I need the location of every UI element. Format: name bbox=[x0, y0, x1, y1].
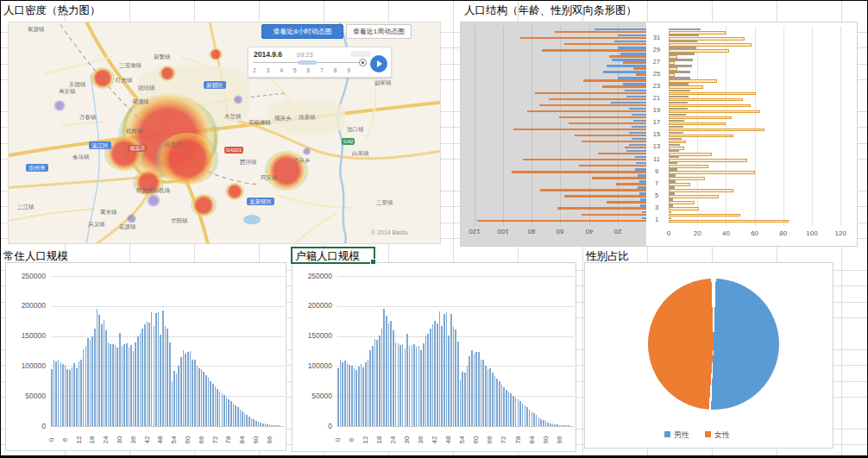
bar bbox=[197, 366, 198, 426]
heat-blob bbox=[233, 95, 243, 104]
bar bbox=[215, 386, 217, 426]
bar bbox=[519, 401, 521, 426]
heat-blob bbox=[191, 194, 217, 216]
bar bbox=[116, 348, 118, 426]
bar-left-orange bbox=[512, 171, 646, 173]
hukou-chart[interactable]: 2500002000001500001000005000000612182430… bbox=[292, 262, 576, 452]
axis-tick-label: 80 bbox=[772, 229, 795, 237]
map-town-label: 华阳镇 bbox=[171, 217, 188, 223]
bar bbox=[526, 407, 528, 426]
bar-left-orange bbox=[535, 92, 646, 94]
bar bbox=[432, 324, 434, 426]
x-axis-tick-label: 0 bbox=[47, 430, 56, 450]
density-map[interactable]: 聚源镇新繁镇三道堰镇赵家镇安德镇寿安镇红光镇团结镇木兰镇石板滩镇福洪乡清泉镇池口… bbox=[8, 22, 441, 244]
grid-line bbox=[337, 276, 574, 277]
bar-left-orange bbox=[583, 79, 646, 81]
axis-tick-label: 100 bbox=[801, 229, 823, 237]
bar bbox=[123, 344, 125, 426]
age-axis-label: 5 bbox=[647, 192, 666, 199]
grid-line bbox=[337, 306, 574, 307]
bar-right-gold bbox=[669, 116, 732, 120]
bar-left-orange bbox=[598, 153, 646, 154]
bar bbox=[108, 342, 110, 426]
bar-left-orange bbox=[579, 165, 646, 166]
age-axis-label: 29 bbox=[647, 47, 666, 53]
x-axis-tick-label: 90 bbox=[252, 430, 261, 450]
bar bbox=[162, 311, 164, 426]
bar bbox=[267, 424, 268, 426]
pyramid-chart[interactable]: 1201008060402002040608010012031292725232… bbox=[460, 22, 858, 247]
bar bbox=[187, 352, 189, 426]
bar-left-orange bbox=[542, 49, 646, 51]
heat-blob bbox=[209, 48, 223, 60]
bar bbox=[85, 346, 87, 426]
age-axis-label: 31 bbox=[647, 35, 666, 41]
resident-chart[interactable]: 2500002000001500001000005000000612182430… bbox=[5, 262, 286, 451]
x-axis-tick-label: 72 bbox=[500, 430, 508, 450]
bar bbox=[443, 314, 445, 426]
bar bbox=[351, 366, 353, 426]
bar bbox=[554, 424, 556, 426]
map-button-8h-dynamic[interactable]: 查看近8小时动态图 bbox=[261, 24, 343, 39]
bar bbox=[210, 381, 211, 426]
play-button[interactable] bbox=[370, 55, 387, 72]
bar bbox=[258, 422, 260, 426]
grid-line bbox=[51, 276, 284, 277]
bar bbox=[190, 351, 192, 426]
bar-right-gold bbox=[669, 135, 733, 138]
bar bbox=[60, 362, 62, 426]
bar-right-gold bbox=[669, 183, 690, 186]
bar bbox=[55, 361, 57, 426]
bar bbox=[230, 401, 232, 426]
axis-tick-label: 60 bbox=[744, 229, 766, 237]
selected-cell[interactable]: 户籍人口规模 bbox=[291, 247, 375, 264]
x-axis-tick-label: 60 bbox=[184, 430, 192, 450]
x-axis-tick-label: 12 bbox=[75, 430, 84, 450]
bar bbox=[246, 415, 248, 426]
bar bbox=[464, 373, 466, 426]
bar bbox=[219, 392, 221, 426]
heat-blob bbox=[302, 147, 311, 155]
heat-blob bbox=[91, 67, 115, 89]
bar bbox=[501, 385, 503, 426]
bar-left-orange bbox=[555, 31, 646, 33]
bar bbox=[269, 424, 271, 426]
time-panel: 2014.9.6 09:23 23456789 bbox=[248, 47, 392, 78]
map-district-label: 温江区 bbox=[89, 141, 111, 149]
bar bbox=[381, 329, 383, 426]
bar bbox=[395, 342, 397, 426]
bar bbox=[416, 347, 418, 426]
time-slider-tick: 9 bbox=[347, 67, 350, 73]
bar bbox=[354, 368, 355, 426]
gender-pie-chart[interactable]: 男性女性 bbox=[584, 262, 833, 449]
axis-tick-label: 80 bbox=[520, 228, 543, 235]
bar-right-gold bbox=[669, 92, 756, 96]
time-slider-range[interactable] bbox=[298, 60, 317, 65]
age-axis-label: 25 bbox=[647, 71, 666, 78]
bar bbox=[455, 329, 456, 426]
bar-right-gold bbox=[669, 177, 705, 180]
time-slider-tick: 4 bbox=[280, 67, 283, 73]
bar-left-orange bbox=[582, 214, 646, 216]
time-slider-knob[interactable] bbox=[359, 59, 367, 66]
bar-right-gold bbox=[669, 189, 733, 192]
bar bbox=[133, 351, 135, 426]
bar-left-orange bbox=[633, 67, 646, 69]
bar-right-gold bbox=[669, 122, 726, 126]
axis-tick-label: 20 bbox=[686, 229, 708, 237]
bar bbox=[496, 379, 498, 426]
map-town-label: 成都市 bbox=[164, 141, 184, 147]
bar bbox=[475, 352, 477, 426]
map-button-1week-dynamic[interactable]: 查看近1周动态图 bbox=[346, 24, 412, 39]
bar bbox=[110, 344, 111, 426]
bar bbox=[130, 345, 132, 426]
bar bbox=[446, 312, 448, 426]
bar bbox=[83, 349, 85, 426]
y-axis-tick-label: 0 bbox=[292, 422, 332, 430]
legend-swatch-icon bbox=[705, 431, 711, 437]
selection-fill-handle[interactable] bbox=[370, 259, 376, 265]
bar bbox=[274, 425, 275, 426]
time-slider-tick: 5 bbox=[293, 67, 297, 73]
x-axis-tick-label: 36 bbox=[417, 430, 425, 450]
map-town-label: 三江镇 bbox=[17, 204, 35, 210]
